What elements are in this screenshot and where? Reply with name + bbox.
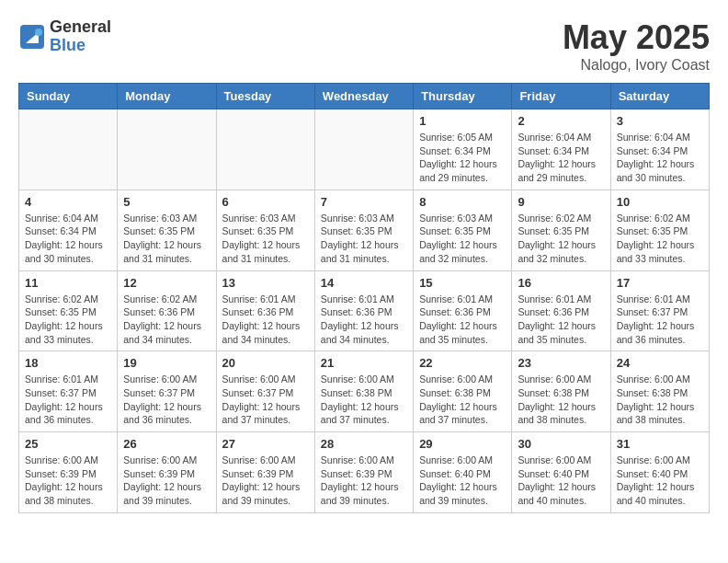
- day-number: 17: [617, 276, 703, 290]
- calendar-cell: 9Sunrise: 6:02 AM Sunset: 6:35 PM Daylig…: [512, 190, 610, 270]
- calendar-cell: 19Sunrise: 6:00 AM Sunset: 6:37 PM Dayli…: [118, 351, 216, 432]
- calendar-cell: 27Sunrise: 6:00 AM Sunset: 6:39 PM Dayli…: [216, 432, 314, 513]
- day-info: Sunrise: 6:00 AM Sunset: 6:39 PM Dayligh…: [222, 454, 309, 508]
- day-number: 19: [123, 356, 210, 370]
- calendar-cell: 7Sunrise: 6:03 AM Sunset: 6:35 PM Daylig…: [314, 190, 413, 270]
- day-info: Sunrise: 6:02 AM Sunset: 6:36 PM Dayligh…: [123, 293, 210, 347]
- calendar-cell: 22Sunrise: 6:00 AM Sunset: 6:38 PM Dayli…: [414, 351, 512, 432]
- calendar-cell: 12Sunrise: 6:02 AM Sunset: 6:36 PM Dayli…: [118, 270, 216, 351]
- calendar-header-row: SundayMondayTuesdayWednesdayThursdayFrid…: [19, 84, 710, 109]
- day-number: 14: [321, 276, 407, 290]
- day-number: 20: [222, 356, 309, 370]
- calendar-week-row: 11Sunrise: 6:02 AM Sunset: 6:35 PM Dayli…: [19, 270, 710, 351]
- logo-general: General: [50, 18, 111, 37]
- title-block: May 2025 Nalogo, Ivory Coast: [563, 18, 710, 74]
- day-number: 24: [617, 356, 703, 370]
- calendar-day-header: Tuesday: [216, 84, 314, 109]
- month-title: May 2025: [563, 18, 710, 57]
- calendar-day-header: Monday: [118, 84, 216, 109]
- logo-text: General Blue: [50, 18, 111, 55]
- day-info: Sunrise: 6:00 AM Sunset: 6:39 PM Dayligh…: [321, 454, 407, 508]
- day-info: Sunrise: 6:00 AM Sunset: 6:40 PM Dayligh…: [518, 454, 604, 508]
- day-number: 28: [321, 437, 407, 451]
- day-info: Sunrise: 6:00 AM Sunset: 6:39 PM Dayligh…: [123, 454, 210, 508]
- day-number: 2: [518, 114, 604, 128]
- day-info: Sunrise: 6:01 AM Sunset: 6:36 PM Dayligh…: [419, 293, 506, 347]
- day-number: 7: [321, 195, 407, 209]
- day-number: 23: [518, 356, 604, 370]
- calendar-cell: [314, 109, 413, 190]
- calendar-cell: 8Sunrise: 6:03 AM Sunset: 6:35 PM Daylig…: [414, 190, 512, 270]
- calendar-cell: 30Sunrise: 6:00 AM Sunset: 6:40 PM Dayli…: [512, 432, 610, 513]
- day-info: Sunrise: 6:00 AM Sunset: 6:37 PM Dayligh…: [123, 373, 210, 427]
- calendar-cell: 3Sunrise: 6:04 AM Sunset: 6:34 PM Daylig…: [610, 109, 709, 190]
- calendar-cell: 14Sunrise: 6:01 AM Sunset: 6:36 PM Dayli…: [314, 270, 413, 351]
- calendar-cell: [19, 109, 118, 190]
- calendar-cell: 26Sunrise: 6:00 AM Sunset: 6:39 PM Dayli…: [118, 432, 216, 513]
- calendar-week-row: 4Sunrise: 6:04 AM Sunset: 6:34 PM Daylig…: [19, 190, 710, 270]
- calendar-cell: 20Sunrise: 6:00 AM Sunset: 6:37 PM Dayli…: [216, 351, 314, 432]
- day-info: Sunrise: 6:01 AM Sunset: 6:37 PM Dayligh…: [25, 373, 111, 427]
- day-info: Sunrise: 6:00 AM Sunset: 6:40 PM Dayligh…: [419, 454, 506, 508]
- calendar-day-header: Wednesday: [314, 84, 413, 109]
- day-number: 8: [419, 195, 506, 209]
- calendar-week-row: 1Sunrise: 6:05 AM Sunset: 6:34 PM Daylig…: [19, 109, 710, 190]
- day-number: 13: [222, 276, 309, 290]
- calendar-cell: 15Sunrise: 6:01 AM Sunset: 6:36 PM Dayli…: [414, 270, 512, 351]
- calendar-cell: 13Sunrise: 6:01 AM Sunset: 6:36 PM Dayli…: [216, 270, 314, 351]
- calendar-day-header: Saturday: [610, 84, 709, 109]
- day-info: Sunrise: 6:01 AM Sunset: 6:37 PM Dayligh…: [617, 293, 703, 347]
- day-info: Sunrise: 6:00 AM Sunset: 6:38 PM Dayligh…: [518, 373, 604, 427]
- svg-point-2: [35, 29, 42, 36]
- day-number: 27: [222, 437, 309, 451]
- day-number: 25: [25, 437, 111, 451]
- calendar-cell: 31Sunrise: 6:00 AM Sunset: 6:40 PM Dayli…: [610, 432, 709, 513]
- calendar-day-header: Friday: [512, 84, 610, 109]
- day-number: 10: [617, 195, 703, 209]
- calendar-cell: [118, 109, 216, 190]
- calendar-week-row: 25Sunrise: 6:00 AM Sunset: 6:39 PM Dayli…: [19, 432, 710, 513]
- calendar-cell: 21Sunrise: 6:00 AM Sunset: 6:38 PM Dayli…: [314, 351, 413, 432]
- calendar-cell: 4Sunrise: 6:04 AM Sunset: 6:34 PM Daylig…: [19, 190, 118, 270]
- day-number: 9: [518, 195, 604, 209]
- calendar-day-header: Sunday: [19, 84, 118, 109]
- day-info: Sunrise: 6:04 AM Sunset: 6:34 PM Dayligh…: [25, 212, 111, 266]
- day-number: 12: [123, 276, 210, 290]
- day-info: Sunrise: 6:02 AM Sunset: 6:35 PM Dayligh…: [617, 212, 703, 266]
- calendar-day-header: Thursday: [414, 84, 512, 109]
- day-number: 21: [321, 356, 407, 370]
- day-info: Sunrise: 6:03 AM Sunset: 6:35 PM Dayligh…: [419, 212, 506, 266]
- day-info: Sunrise: 6:00 AM Sunset: 6:37 PM Dayligh…: [222, 373, 309, 427]
- day-info: Sunrise: 6:03 AM Sunset: 6:35 PM Dayligh…: [222, 212, 309, 266]
- day-number: 4: [25, 195, 111, 209]
- day-info: Sunrise: 6:03 AM Sunset: 6:35 PM Dayligh…: [123, 212, 210, 266]
- day-info: Sunrise: 6:03 AM Sunset: 6:35 PM Dayligh…: [321, 212, 407, 266]
- day-number: 26: [123, 437, 210, 451]
- day-number: 6: [222, 195, 309, 209]
- day-info: Sunrise: 6:00 AM Sunset: 6:40 PM Dayligh…: [617, 454, 703, 508]
- calendar-cell: 1Sunrise: 6:05 AM Sunset: 6:34 PM Daylig…: [414, 109, 512, 190]
- day-info: Sunrise: 6:05 AM Sunset: 6:34 PM Dayligh…: [419, 131, 506, 185]
- day-number: 31: [617, 437, 703, 451]
- day-info: Sunrise: 6:01 AM Sunset: 6:36 PM Dayligh…: [222, 293, 309, 347]
- calendar: SundayMondayTuesdayWednesdayThursdayFrid…: [18, 83, 710, 513]
- calendar-cell: 18Sunrise: 6:01 AM Sunset: 6:37 PM Dayli…: [19, 351, 118, 432]
- day-number: 15: [419, 276, 506, 290]
- calendar-cell: 2Sunrise: 6:04 AM Sunset: 6:34 PM Daylig…: [512, 109, 610, 190]
- day-number: 5: [123, 195, 210, 209]
- day-info: Sunrise: 6:01 AM Sunset: 6:36 PM Dayligh…: [518, 293, 604, 347]
- day-number: 18: [25, 356, 111, 370]
- day-number: 3: [617, 114, 703, 128]
- calendar-cell: 17Sunrise: 6:01 AM Sunset: 6:37 PM Dayli…: [610, 270, 709, 351]
- calendar-cell: 5Sunrise: 6:03 AM Sunset: 6:35 PM Daylig…: [118, 190, 216, 270]
- day-info: Sunrise: 6:01 AM Sunset: 6:36 PM Dayligh…: [321, 293, 407, 347]
- day-info: Sunrise: 6:00 AM Sunset: 6:39 PM Dayligh…: [25, 454, 111, 508]
- day-info: Sunrise: 6:00 AM Sunset: 6:38 PM Dayligh…: [419, 373, 506, 427]
- day-number: 29: [419, 437, 506, 451]
- calendar-cell: 23Sunrise: 6:00 AM Sunset: 6:38 PM Dayli…: [512, 351, 610, 432]
- svg-rect-0: [20, 25, 44, 49]
- page-header: General Blue May 2025 Nalogo, Ivory Coas…: [18, 18, 710, 74]
- day-number: 11: [25, 276, 111, 290]
- logo: General Blue: [18, 18, 111, 55]
- calendar-cell: 16Sunrise: 6:01 AM Sunset: 6:36 PM Dayli…: [512, 270, 610, 351]
